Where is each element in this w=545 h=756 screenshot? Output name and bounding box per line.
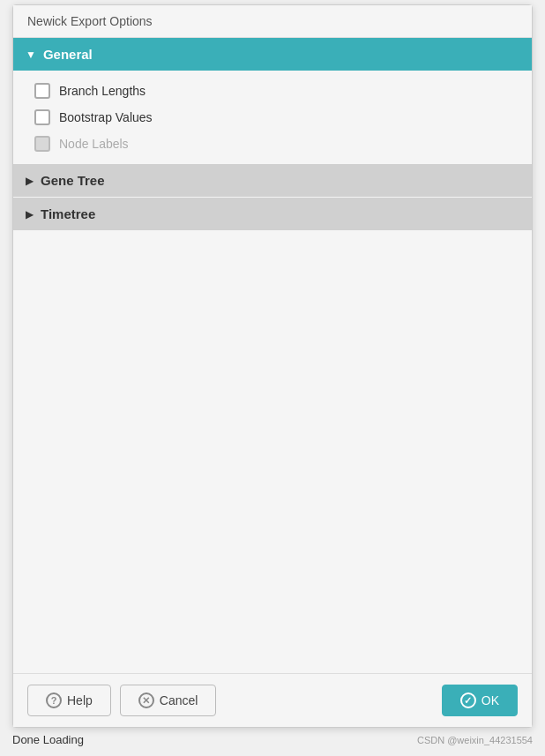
node-labels-label: Node Labels bbox=[59, 137, 129, 151]
cancel-label: Cancel bbox=[160, 693, 198, 707]
section-content-general: Branch Lengths Bootstrap Values Node Lab… bbox=[13, 71, 532, 164]
list-item: Bootstrap Values bbox=[34, 109, 511, 125]
cancel-icon: ✕ bbox=[138, 692, 154, 708]
section-label-timetree: Timetree bbox=[41, 206, 95, 221]
status-bar: Done Loading CSDN @weixin_44231554 bbox=[0, 728, 545, 752]
help-button[interactable]: ? Help bbox=[27, 685, 111, 716]
cancel-button[interactable]: ✕ Cancel bbox=[120, 685, 217, 716]
bootstrap-values-label: Bootstrap Values bbox=[59, 110, 153, 124]
chevron-right-icon: ▶ bbox=[26, 208, 34, 221]
dialog-title-text: Newick Export Options bbox=[27, 14, 153, 28]
branch-lengths-label: Branch Lengths bbox=[59, 84, 146, 98]
dialog-title: Newick Export Options bbox=[13, 5, 532, 38]
chevron-right-icon: ▶ bbox=[26, 175, 34, 187]
ok-icon: ✓ bbox=[460, 692, 476, 708]
list-item: Node Labels bbox=[34, 136, 511, 152]
content-area bbox=[13, 230, 532, 673]
section-header-gene-tree[interactable]: ▶ Gene Tree bbox=[13, 164, 532, 197]
section-header-timetree[interactable]: ▶ Timetree bbox=[13, 198, 532, 230]
list-item: Branch Lengths bbox=[34, 83, 511, 99]
section-header-general[interactable]: ▼ General bbox=[13, 38, 532, 71]
bootstrap-values-checkbox[interactable] bbox=[34, 109, 50, 125]
status-text: Done Loading bbox=[12, 733, 84, 746]
help-label: Help bbox=[67, 693, 93, 707]
chevron-down-icon: ▼ bbox=[26, 49, 36, 61]
watermark-text: CSDN @weixin_44231554 bbox=[417, 735, 533, 745]
branch-lengths-checkbox[interactable] bbox=[34, 83, 50, 99]
node-labels-checkbox bbox=[34, 136, 50, 152]
help-icon: ? bbox=[46, 692, 62, 708]
ok-label: OK bbox=[482, 693, 499, 707]
dialog-footer: ? Help ✕ Cancel ✓ OK bbox=[13, 673, 532, 727]
section-label-general: General bbox=[43, 47, 93, 62]
footer-buttons: ? Help ✕ Cancel bbox=[27, 685, 216, 716]
ok-button[interactable]: ✓ OK bbox=[442, 685, 518, 716]
dialog: Newick Export Options ▼ General Branch L… bbox=[12, 4, 533, 728]
section-label-gene-tree: Gene Tree bbox=[41, 173, 105, 188]
